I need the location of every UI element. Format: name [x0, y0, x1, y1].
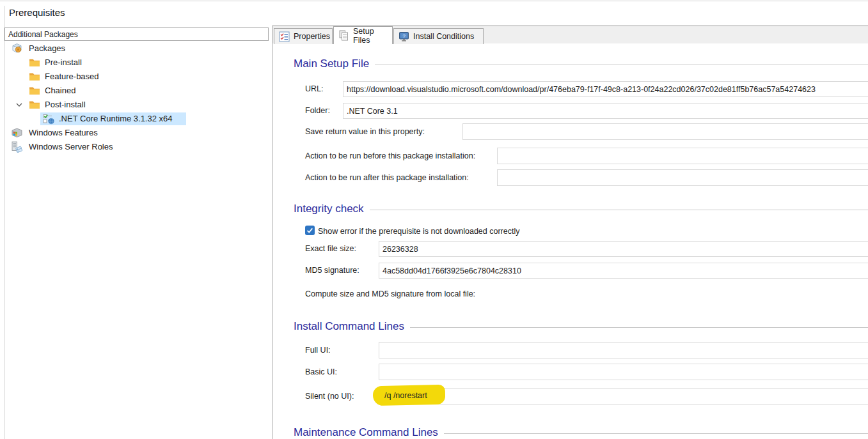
- panel-divider: [272, 26, 272, 439]
- folder-icon: [28, 85, 41, 96]
- tree-item-pre-install[interactable]: Pre-install: [4, 56, 271, 70]
- tree-item-label: Windows Features: [29, 128, 98, 137]
- folder-icon: [28, 99, 41, 111]
- show-error-label: Show error if the prerequisite is not do…: [318, 227, 519, 236]
- tree-item-chained[interactable]: Chained: [4, 84, 271, 98]
- url-input[interactable]: [343, 81, 868, 97]
- section-install-command-lines: Install Command Lines: [294, 320, 868, 334]
- tree-item-label: .NET Core Runtime 3.1.32 x64: [59, 114, 173, 123]
- windows-server-roles-icon: [10, 141, 23, 153]
- window-top-border: [0, 1, 868, 1]
- tree-item-label: Chained: [45, 86, 75, 95]
- package-icon: [10, 43, 23, 54]
- folder-input[interactable]: [343, 103, 868, 119]
- file-size-label: Exact file size:: [305, 244, 356, 254]
- full-ui-input[interactable]: [379, 342, 868, 358]
- folder-label: Folder:: [305, 106, 330, 116]
- tree-item-packages[interactable]: Packages: [4, 42, 271, 56]
- tree-item-label: Packages: [29, 43, 65, 53]
- windows-features-icon: [10, 127, 23, 139]
- chevron-down-icon[interactable]: [15, 101, 23, 109]
- url-label: URL:: [305, 84, 323, 94]
- tree-item-feature-based[interactable]: Feature-based: [4, 70, 271, 84]
- section-main-setup-file: Main Setup File: [294, 57, 868, 71]
- section-title: Install Command Lines: [294, 320, 404, 334]
- tree-item-label: Post-install: [45, 100, 86, 109]
- silent-ui-label: Silent (no UI):: [305, 392, 354, 401]
- action-before-input[interactable]: [497, 148, 868, 164]
- folder-icon: [28, 57, 41, 68]
- install-conditions-icon: ?: [398, 31, 409, 42]
- tab-label: Install Conditions: [413, 32, 474, 41]
- tab-strip: Properties Setup Files ?: [272, 26, 868, 43]
- silent-ui-input[interactable]: [379, 388, 868, 404]
- section-divider-line: [375, 65, 868, 65]
- tree-item-label: Pre-install: [45, 58, 82, 67]
- section-divider-line: [444, 433, 868, 434]
- tab-label: Properties: [294, 32, 330, 41]
- page-title: Prerequisites: [9, 7, 65, 18]
- tree-item-windows-features[interactable]: Windows Features: [4, 126, 271, 140]
- tree-item-label: Windows Server Roles: [29, 142, 113, 151]
- section-title: Maintenance Command Lines: [294, 426, 438, 439]
- tab-setup-files[interactable]: Setup Files: [333, 26, 393, 44]
- full-ui-label: Full UI:: [305, 346, 331, 355]
- section-title: Integrity check: [294, 202, 364, 216]
- file-size-input[interactable]: [379, 241, 868, 257]
- tab-install-conditions[interactable]: ? Install Conditions: [393, 28, 484, 44]
- svg-text:?: ?: [402, 33, 405, 38]
- action-after-input[interactable]: [497, 169, 868, 186]
- md5-label: MD5 signature:: [305, 266, 359, 275]
- tree-item-windows-server-roles[interactable]: Windows Server Roles: [4, 140, 271, 154]
- section-divider-line: [370, 210, 868, 210]
- sidebar-header: Additional Packages: [4, 27, 269, 41]
- tab-label: Setup Files: [353, 27, 392, 45]
- tree-item-post-install[interactable]: Post-install: [4, 98, 271, 112]
- action-before-label: Action to be run before this package ins…: [305, 151, 475, 161]
- section-maintenance-command-lines: Maintenance Command Lines: [294, 426, 868, 439]
- basic-ui-label: Basic UI:: [305, 367, 337, 377]
- basic-ui-input[interactable]: [379, 364, 868, 380]
- app-window: Prerequisites Additional Packages Packag…: [0, 0, 868, 439]
- action-after-label: Action to be run after this package inst…: [305, 173, 469, 183]
- show-error-checkbox[interactable]: [305, 226, 315, 235]
- sidebar-header-label: Additional Packages: [8, 30, 78, 39]
- tree-item-label: Feature-based: [45, 72, 99, 81]
- properties-icon: [279, 31, 290, 42]
- section-integrity-check: Integrity check: [294, 202, 868, 216]
- save-return-label: Save return value in this property:: [305, 127, 425, 137]
- tab-properties[interactable]: Properties: [274, 28, 333, 44]
- md5-input[interactable]: [379, 263, 868, 279]
- setup-files-icon: [338, 30, 349, 41]
- compute-md5-label: Compute size and MD5 signature from loca…: [305, 289, 475, 299]
- silent-ui-value: /q /norestart: [384, 391, 427, 400]
- dotnet-package-icon: [42, 113, 55, 125]
- tree-item-dotnet-core-runtime[interactable]: .NET Core Runtime 3.1.32 x64: [4, 112, 271, 126]
- section-divider-line: [410, 327, 868, 328]
- save-return-input[interactable]: [462, 123, 868, 140]
- section-title: Main Setup File: [294, 57, 369, 71]
- folder-icon: [28, 71, 41, 82]
